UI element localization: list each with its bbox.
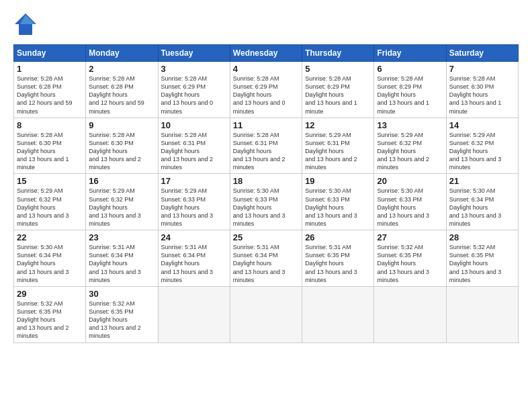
calendar-cell: 29Sunrise: 5:32 AMSunset: 6:35 PMDayligh… [14,286,86,342]
calendar-cell: 1Sunrise: 5:28 AMSunset: 6:28 PMDaylight… [14,62,86,118]
calendar-cell: 8Sunrise: 5:28 AMSunset: 6:30 PMDaylight… [14,118,86,174]
day-number: 26 [305,232,371,242]
weekday-header-tuesday: Tuesday [158,45,230,62]
day-number: 21 [449,176,515,186]
calendar-cell: 13Sunrise: 5:29 AMSunset: 6:32 PMDayligh… [374,118,446,174]
calendar-cell [374,286,446,342]
cell-content: Sunrise: 5:28 AMSunset: 6:30 PMDaylight … [17,131,83,172]
cell-content: Sunrise: 5:31 AMSunset: 6:35 PMDaylight … [305,243,371,284]
cell-content: Sunrise: 5:29 AMSunset: 6:33 PMDaylight … [161,187,227,228]
calendar-cell [302,286,374,342]
day-number: 2 [89,64,154,74]
cell-content: Sunrise: 5:28 AMSunset: 6:29 PMDaylight … [161,75,227,116]
cell-content: Sunrise: 5:28 AMSunset: 6:29 PMDaylight … [305,75,371,116]
calendar-cell: 6Sunrise: 5:28 AMSunset: 6:29 PMDaylight… [374,62,446,118]
calendar-cell: 18Sunrise: 5:30 AMSunset: 6:33 PMDayligh… [230,174,302,230]
cell-content: Sunrise: 5:28 AMSunset: 6:31 PMDaylight … [161,131,227,172]
calendar-cell: 27Sunrise: 5:32 AMSunset: 6:35 PMDayligh… [374,230,446,287]
calendar-cell: 11Sunrise: 5:28 AMSunset: 6:31 PMDayligh… [230,118,302,174]
cell-content: Sunrise: 5:29 AMSunset: 6:32 PMDaylight … [17,187,83,228]
calendar-cell: 3Sunrise: 5:28 AMSunset: 6:29 PMDaylight… [158,62,230,118]
day-number: 9 [89,120,154,130]
calendar-cell: 30Sunrise: 5:32 AMSunset: 6:35 PMDayligh… [86,286,158,342]
weekday-header-friday: Friday [374,45,446,62]
day-number: 1 [17,64,83,74]
cell-content: Sunrise: 5:32 AMSunset: 6:35 PMDaylight … [17,300,83,340]
weekday-header-sunday: Sunday [14,45,86,62]
weekday-header-saturday: Saturday [446,45,518,62]
day-number: 27 [377,232,443,242]
cell-content: Sunrise: 5:28 AMSunset: 6:29 PMDaylight … [377,75,443,116]
cell-content: Sunrise: 5:32 AMSunset: 6:35 PMDaylight … [377,243,443,284]
day-number: 17 [161,176,227,186]
calendar-cell: 23Sunrise: 5:31 AMSunset: 6:34 PMDayligh… [86,230,158,287]
day-number: 20 [377,176,443,186]
calendar-cell: 21Sunrise: 5:30 AMSunset: 6:34 PMDayligh… [446,174,518,230]
calendar-cell: 2Sunrise: 5:28 AMSunset: 6:28 PMDaylight… [86,62,158,118]
logo-icon [13,12,38,36]
calendar-cell: 9Sunrise: 5:28 AMSunset: 6:30 PMDaylight… [86,118,158,174]
day-number: 25 [233,232,299,242]
cell-content: Sunrise: 5:28 AMSunset: 6:28 PMDaylight … [17,75,83,116]
cell-content: Sunrise: 5:31 AMSunset: 6:34 PMDaylight … [89,243,154,284]
day-number: 22 [17,232,83,242]
cell-content: Sunrise: 5:29 AMSunset: 6:32 PMDaylight … [449,131,515,172]
calendar-cell: 24Sunrise: 5:31 AMSunset: 6:34 PMDayligh… [158,230,230,287]
cell-content: Sunrise: 5:30 AMSunset: 6:33 PMDaylight … [377,187,443,228]
day-number: 4 [233,64,299,74]
calendar-cell: 16Sunrise: 5:29 AMSunset: 6:32 PMDayligh… [86,174,158,230]
day-number: 28 [449,232,515,242]
day-number: 24 [161,232,227,242]
day-number: 18 [233,176,299,186]
cell-content: Sunrise: 5:29 AMSunset: 6:32 PMDaylight … [377,131,443,172]
calendar-cell: 12Sunrise: 5:29 AMSunset: 6:31 PMDayligh… [302,118,374,174]
calendar-cell [446,286,518,342]
logo [13,12,40,39]
day-number: 13 [377,120,443,130]
day-number: 7 [449,64,515,74]
cell-content: Sunrise: 5:29 AMSunset: 6:31 PMDaylight … [305,131,371,172]
weekday-header-wednesday: Wednesday [230,45,302,62]
calendar-cell: 15Sunrise: 5:29 AMSunset: 6:32 PMDayligh… [14,174,86,230]
day-number: 19 [305,176,371,186]
day-number: 14 [449,120,515,130]
day-number: 10 [161,120,227,130]
calendar-cell: 4Sunrise: 5:28 AMSunset: 6:29 PMDaylight… [230,62,302,118]
weekday-header-monday: Monday [86,45,158,62]
calendar-cell: 25Sunrise: 5:31 AMSunset: 6:34 PMDayligh… [230,230,302,287]
day-number: 8 [17,120,83,130]
day-number: 16 [89,176,154,186]
cell-content: Sunrise: 5:28 AMSunset: 6:28 PMDaylight … [89,75,154,116]
day-number: 3 [161,64,227,74]
cell-content: Sunrise: 5:28 AMSunset: 6:29 PMDaylight … [233,75,299,116]
day-number: 11 [233,120,299,130]
calendar-cell: 20Sunrise: 5:30 AMSunset: 6:33 PMDayligh… [374,174,446,230]
calendar-cell [230,286,302,342]
calendar-cell: 14Sunrise: 5:29 AMSunset: 6:32 PMDayligh… [446,118,518,174]
cell-content: Sunrise: 5:30 AMSunset: 6:33 PMDaylight … [233,187,299,228]
cell-content: Sunrise: 5:29 AMSunset: 6:32 PMDaylight … [89,187,154,228]
calendar-cell: 28Sunrise: 5:32 AMSunset: 6:35 PMDayligh… [446,230,518,287]
cell-content: Sunrise: 5:30 AMSunset: 6:34 PMDaylight … [449,187,515,228]
day-number: 12 [305,120,371,130]
day-number: 23 [89,232,154,242]
cell-content: Sunrise: 5:30 AMSunset: 6:33 PMDaylight … [305,187,371,228]
cell-content: Sunrise: 5:32 AMSunset: 6:35 PMDaylight … [89,300,154,340]
calendar-cell: 19Sunrise: 5:30 AMSunset: 6:33 PMDayligh… [302,174,374,230]
calendar-cell: 10Sunrise: 5:28 AMSunset: 6:31 PMDayligh… [158,118,230,174]
calendar-cell: 5Sunrise: 5:28 AMSunset: 6:29 PMDaylight… [302,62,374,118]
day-number: 15 [17,176,83,186]
cell-content: Sunrise: 5:28 AMSunset: 6:30 PMDaylight … [449,75,515,116]
cell-content: Sunrise: 5:28 AMSunset: 6:30 PMDaylight … [89,131,154,172]
calendar-cell: 7Sunrise: 5:28 AMSunset: 6:30 PMDaylight… [446,62,518,118]
cell-content: Sunrise: 5:31 AMSunset: 6:34 PMDaylight … [233,243,299,284]
cell-content: Sunrise: 5:32 AMSunset: 6:35 PMDaylight … [449,243,515,284]
weekday-header-thursday: Thursday [302,45,374,62]
day-number: 6 [377,64,443,74]
cell-content: Sunrise: 5:31 AMSunset: 6:34 PMDaylight … [161,243,227,284]
day-number: 5 [305,64,371,74]
calendar-cell: 26Sunrise: 5:31 AMSunset: 6:35 PMDayligh… [302,230,374,287]
calendar-cell [158,286,230,342]
day-number: 30 [89,289,154,299]
calendar-cell: 22Sunrise: 5:30 AMSunset: 6:34 PMDayligh… [14,230,86,287]
